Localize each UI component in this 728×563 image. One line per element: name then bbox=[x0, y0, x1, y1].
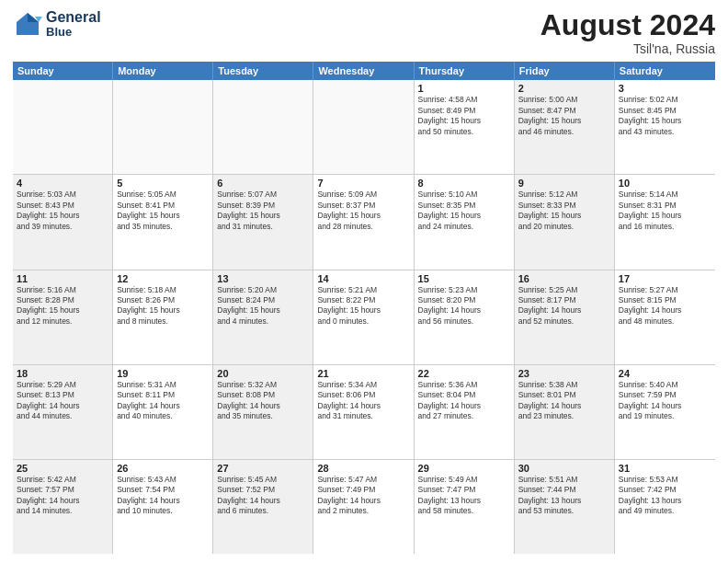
header-day-sunday: Sunday bbox=[13, 62, 113, 80]
day-cell-2: 2Sunrise: 5:00 AM Sunset: 8:47 PM Daylig… bbox=[515, 80, 615, 174]
day-info: Sunrise: 5:16 AM Sunset: 8:28 PM Dayligh… bbox=[17, 285, 108, 327]
day-info: Sunrise: 5:43 AM Sunset: 7:54 PM Dayligh… bbox=[117, 475, 209, 517]
day-cell-25: 25Sunrise: 5:42 AM Sunset: 7:57 PM Dayli… bbox=[13, 460, 113, 554]
logo: General Blue bbox=[13, 9, 101, 39]
day-info: Sunrise: 5:12 AM Sunset: 8:33 PM Dayligh… bbox=[518, 190, 610, 232]
day-cell-18: 18Sunrise: 5:29 AM Sunset: 8:13 PM Dayli… bbox=[13, 365, 113, 459]
day-info: Sunrise: 5:23 AM Sunset: 8:20 PM Dayligh… bbox=[418, 285, 510, 327]
calendar-row-3: 18Sunrise: 5:29 AM Sunset: 8:13 PM Dayli… bbox=[13, 365, 715, 460]
title-block: August 2024 Tsil'na, Russia bbox=[540, 9, 715, 56]
day-number: 12 bbox=[117, 273, 209, 284]
day-info: Sunrise: 5:42 AM Sunset: 7:57 PM Dayligh… bbox=[17, 475, 108, 517]
day-number: 27 bbox=[217, 463, 309, 474]
day-cell-4: 4Sunrise: 5:03 AM Sunset: 8:43 PM Daylig… bbox=[13, 175, 113, 269]
header-day-wednesday: Wednesday bbox=[313, 62, 414, 80]
day-number: 4 bbox=[17, 178, 108, 189]
logo-line1: General bbox=[46, 9, 101, 26]
day-info: Sunrise: 5:03 AM Sunset: 8:43 PM Dayligh… bbox=[17, 190, 108, 232]
day-number: 19 bbox=[117, 368, 209, 379]
day-cell-16: 16Sunrise: 5:25 AM Sunset: 8:17 PM Dayli… bbox=[515, 270, 615, 364]
day-cell-15: 15Sunrise: 5:23 AM Sunset: 8:20 PM Dayli… bbox=[415, 270, 515, 364]
calendar-row-4: 25Sunrise: 5:42 AM Sunset: 7:57 PM Dayli… bbox=[13, 460, 715, 554]
day-number: 21 bbox=[317, 368, 409, 379]
empty-cell-0-2 bbox=[213, 80, 313, 174]
day-number: 11 bbox=[17, 273, 108, 284]
day-info: Sunrise: 5:27 AM Sunset: 8:15 PM Dayligh… bbox=[619, 285, 711, 327]
day-cell-13: 13Sunrise: 5:20 AM Sunset: 8:24 PM Dayli… bbox=[213, 270, 313, 364]
day-cell-26: 26Sunrise: 5:43 AM Sunset: 7:54 PM Dayli… bbox=[113, 460, 213, 554]
day-info: Sunrise: 5:29 AM Sunset: 8:13 PM Dayligh… bbox=[17, 380, 108, 422]
day-cell-27: 27Sunrise: 5:45 AM Sunset: 7:52 PM Dayli… bbox=[213, 460, 313, 554]
day-number: 17 bbox=[619, 273, 711, 284]
day-cell-21: 21Sunrise: 5:34 AM Sunset: 8:06 PM Dayli… bbox=[313, 365, 414, 459]
day-number: 15 bbox=[418, 273, 510, 284]
day-info: Sunrise: 5:02 AM Sunset: 8:45 PM Dayligh… bbox=[619, 95, 711, 137]
day-info: Sunrise: 5:00 AM Sunset: 8:47 PM Dayligh… bbox=[518, 95, 610, 137]
day-cell-7: 7Sunrise: 5:09 AM Sunset: 8:37 PM Daylig… bbox=[313, 175, 414, 269]
day-number: 6 bbox=[217, 178, 309, 189]
day-cell-31: 31Sunrise: 5:53 AM Sunset: 7:42 PM Dayli… bbox=[615, 460, 715, 554]
day-cell-23: 23Sunrise: 5:38 AM Sunset: 8:01 PM Dayli… bbox=[515, 365, 615, 459]
day-info: Sunrise: 5:45 AM Sunset: 7:52 PM Dayligh… bbox=[217, 475, 309, 517]
day-cell-19: 19Sunrise: 5:31 AM Sunset: 8:11 PM Dayli… bbox=[113, 365, 213, 459]
month-year: August 2024 bbox=[540, 9, 715, 41]
day-number: 7 bbox=[317, 178, 409, 189]
day-info: Sunrise: 5:07 AM Sunset: 8:39 PM Dayligh… bbox=[217, 190, 309, 232]
day-cell-30: 30Sunrise: 5:51 AM Sunset: 7:44 PM Dayli… bbox=[515, 460, 615, 554]
day-cell-22: 22Sunrise: 5:36 AM Sunset: 8:04 PM Dayli… bbox=[415, 365, 515, 459]
day-number: 16 bbox=[518, 273, 610, 284]
empty-cell-0-3 bbox=[313, 80, 414, 174]
day-number: 26 bbox=[117, 463, 209, 474]
day-cell-24: 24Sunrise: 5:40 AM Sunset: 7:59 PM Dayli… bbox=[615, 365, 715, 459]
day-cell-5: 5Sunrise: 5:05 AM Sunset: 8:41 PM Daylig… bbox=[113, 175, 213, 269]
calendar-row-2: 11Sunrise: 5:16 AM Sunset: 8:28 PM Dayli… bbox=[13, 270, 715, 365]
day-cell-10: 10Sunrise: 5:14 AM Sunset: 8:31 PM Dayli… bbox=[615, 175, 715, 269]
day-number: 31 bbox=[619, 463, 711, 474]
day-cell-6: 6Sunrise: 5:07 AM Sunset: 8:39 PM Daylig… bbox=[213, 175, 313, 269]
day-number: 14 bbox=[317, 273, 409, 284]
calendar-row-0: 1Sunrise: 4:58 AM Sunset: 8:49 PM Daylig… bbox=[13, 80, 715, 175]
day-number: 13 bbox=[217, 273, 309, 284]
logo-text: General Blue bbox=[46, 9, 101, 39]
day-info: Sunrise: 5:32 AM Sunset: 8:08 PM Dayligh… bbox=[217, 380, 309, 422]
day-info: Sunrise: 4:58 AM Sunset: 8:49 PM Dayligh… bbox=[418, 95, 510, 137]
day-number: 9 bbox=[518, 178, 610, 189]
day-info: Sunrise: 5:38 AM Sunset: 8:01 PM Dayligh… bbox=[518, 380, 610, 422]
day-number: 25 bbox=[17, 463, 108, 474]
day-number: 24 bbox=[619, 368, 711, 379]
calendar-body: 1Sunrise: 4:58 AM Sunset: 8:49 PM Daylig… bbox=[13, 80, 715, 554]
location: Tsil'na, Russia bbox=[540, 41, 715, 56]
day-info: Sunrise: 5:34 AM Sunset: 8:06 PM Dayligh… bbox=[317, 380, 409, 422]
day-cell-3: 3Sunrise: 5:02 AM Sunset: 8:45 PM Daylig… bbox=[615, 80, 715, 174]
day-info: Sunrise: 5:47 AM Sunset: 7:49 PM Dayligh… bbox=[317, 475, 409, 517]
day-number: 22 bbox=[418, 368, 510, 379]
day-number: 30 bbox=[518, 463, 610, 474]
header-day-tuesday: Tuesday bbox=[213, 62, 313, 80]
day-cell-17: 17Sunrise: 5:27 AM Sunset: 8:15 PM Dayli… bbox=[615, 270, 715, 364]
day-number: 3 bbox=[619, 83, 711, 94]
day-cell-29: 29Sunrise: 5:49 AM Sunset: 7:47 PM Dayli… bbox=[415, 460, 515, 554]
day-number: 5 bbox=[117, 178, 209, 189]
day-info: Sunrise: 5:49 AM Sunset: 7:47 PM Dayligh… bbox=[418, 475, 510, 517]
day-cell-14: 14Sunrise: 5:21 AM Sunset: 8:22 PM Dayli… bbox=[313, 270, 414, 364]
day-cell-8: 8Sunrise: 5:10 AM Sunset: 8:35 PM Daylig… bbox=[415, 175, 515, 269]
day-info: Sunrise: 5:09 AM Sunset: 8:37 PM Dayligh… bbox=[317, 190, 409, 232]
day-number: 23 bbox=[518, 368, 610, 379]
day-info: Sunrise: 5:40 AM Sunset: 7:59 PM Dayligh… bbox=[619, 380, 711, 422]
logo-line2: Blue bbox=[46, 26, 101, 39]
calendar: SundayMondayTuesdayWednesdayThursdayFrid… bbox=[13, 62, 715, 554]
day-info: Sunrise: 5:20 AM Sunset: 8:24 PM Dayligh… bbox=[217, 285, 309, 327]
empty-cell-0-1 bbox=[113, 80, 213, 174]
page: General Blue August 2024 Tsil'na, Russia… bbox=[0, 0, 728, 563]
logo-icon bbox=[13, 9, 42, 39]
calendar-row-1: 4Sunrise: 5:03 AM Sunset: 8:43 PM Daylig… bbox=[13, 175, 715, 270]
header-day-thursday: Thursday bbox=[415, 62, 515, 80]
day-number: 29 bbox=[418, 463, 510, 474]
day-info: Sunrise: 5:36 AM Sunset: 8:04 PM Dayligh… bbox=[418, 380, 510, 422]
day-number: 18 bbox=[17, 368, 108, 379]
day-number: 8 bbox=[418, 178, 510, 189]
day-info: Sunrise: 5:25 AM Sunset: 8:17 PM Dayligh… bbox=[518, 285, 610, 327]
header-day-saturday: Saturday bbox=[615, 62, 715, 80]
header-day-monday: Monday bbox=[113, 62, 213, 80]
header: General Blue August 2024 Tsil'na, Russia bbox=[13, 9, 715, 56]
